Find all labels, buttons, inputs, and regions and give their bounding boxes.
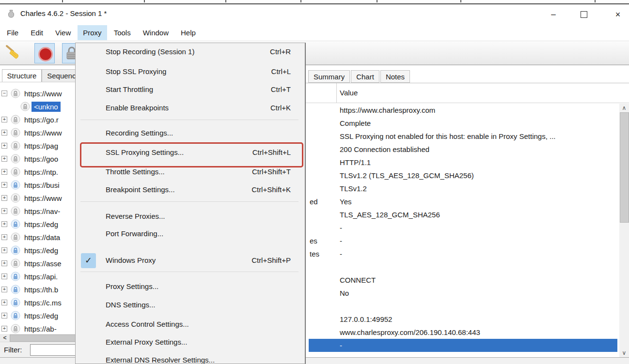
table-row[interactable]: TLSv1.2 (TLS_AES_128_GCM_SHA256) <box>309 169 617 182</box>
expand-toggle-icon[interactable]: + <box>1 195 7 201</box>
lock-blue-icon <box>11 180 20 190</box>
table-row[interactable]: TLSv1.2 <box>309 182 617 195</box>
menu-item-shortcut: Ctrl+R <box>270 47 291 56</box>
window-title: Charles 4.6.2 - Session 1 * <box>20 9 107 17</box>
expand-toggle-icon[interactable]: + <box>1 221 7 227</box>
table-row[interactable]: tes- <box>309 247 617 260</box>
clear-session-button[interactable] <box>4 43 23 62</box>
row-value: - <box>340 221 342 234</box>
menu-item-label: External DNS Resolver Settings... <box>106 356 215 364</box>
minimize-button[interactable]: – <box>542 6 565 23</box>
row-value: - <box>340 247 342 260</box>
menubar-item-view[interactable]: View <box>50 25 76 40</box>
row-value: TLS_AES_128_GCM_SHA256 <box>340 208 440 221</box>
menu-item-enable-breakpoints[interactable]: Enable BreakpointsCtrl+K <box>76 99 303 118</box>
vertical-scroll-thumb[interactable] <box>620 112 629 223</box>
expand-toggle-icon[interactable]: + <box>1 208 7 214</box>
expand-toggle-icon[interactable]: + <box>1 260 7 266</box>
table-row[interactable]: 200 Connection established <box>309 143 617 156</box>
table-row[interactable]: - <box>309 221 617 234</box>
menubar-item-edit[interactable]: Edit <box>25 25 48 40</box>
table-row[interactable]: es- <box>309 234 617 247</box>
menu-item-label: Recording Settings... <box>106 129 173 137</box>
expand-toggle-icon[interactable]: + <box>1 117 7 122</box>
detail-panel: SummaryChartNotes Value https://www.char… <box>305 65 629 357</box>
menu-item-external-proxy-settings[interactable]: External Proxy Settings... <box>76 334 303 352</box>
divider <box>62 0 63 2</box>
divider <box>300 0 301 2</box>
expand-toggle-icon[interactable]: + <box>1 287 7 292</box>
scroll-up-arrow-icon[interactable]: ∧ <box>619 104 629 112</box>
tree-item-label: https://go.r <box>24 115 59 125</box>
menu-item-breakpoint-settings[interactable]: Breakpoint Settings...Ctrl+Shift+K <box>76 181 303 199</box>
collapse-toggle-icon[interactable]: − <box>1 91 7 96</box>
table-row[interactable]: www.charlesproxy.com/206.190.140.68:443 <box>309 326 617 339</box>
close-button[interactable]: × <box>607 6 629 23</box>
maximize-icon <box>581 11 587 18</box>
maximize-button[interactable] <box>573 6 595 23</box>
menubar-item-tools[interactable]: Tools <box>109 25 136 40</box>
expand-toggle-icon[interactable]: + <box>1 326 7 332</box>
lock-blue-icon <box>11 298 20 307</box>
table-row[interactable]: No <box>309 287 617 300</box>
detail-vertical-scrollbar[interactable]: ∧ ∨ <box>619 104 629 357</box>
title-bar: Charles 4.6.2 - Session 1 * – × <box>0 4 629 25</box>
table-row[interactable]: HTTP/1.1 <box>309 156 617 169</box>
menu-item-shortcut: Ctrl+Shift+P <box>252 256 291 264</box>
expand-toggle-icon[interactable]: + <box>1 169 7 175</box>
table-row[interactable]: Complete <box>309 117 617 130</box>
lock-icon <box>11 115 20 124</box>
expand-toggle-icon[interactable]: + <box>1 234 7 240</box>
tree-item-label: https://goo <box>24 154 58 164</box>
expand-toggle-icon[interactable]: + <box>1 143 7 149</box>
menubar-item-help[interactable]: Help <box>175 25 201 40</box>
scroll-down-arrow-icon[interactable]: ∨ <box>619 349 629 357</box>
menu-item-port-forwarding[interactable]: Port Forwarding... <box>76 225 303 243</box>
sidebar-tab-structure[interactable]: Structure <box>2 69 42 82</box>
table-row[interactable]: - <box>309 339 617 352</box>
proxy-dropdown-menu: Stop Recording (Session 1)Ctrl+RStop SSL… <box>75 43 306 364</box>
menu-item-shortcut: Ctrl+Shift+T <box>252 167 291 176</box>
menubar-item-window[interactable]: Window <box>138 25 174 40</box>
record-button[interactable] <box>34 43 55 63</box>
lock-icon <box>20 102 30 111</box>
expand-toggle-icon[interactable]: + <box>1 156 7 162</box>
expand-toggle-icon[interactable]: + <box>1 313 7 318</box>
menu-item-windows-proxy[interactable]: Windows ProxyCtrl+Shift+P <box>76 252 303 270</box>
menu-item-shortcut: Ctrl+Shift+K <box>252 185 291 194</box>
expand-toggle-icon[interactable]: + <box>1 130 7 136</box>
table-row[interactable] <box>309 300 617 313</box>
scroll-left-arrow-icon[interactable]: < <box>1 334 9 342</box>
expand-toggle-icon[interactable]: + <box>1 247 7 253</box>
table-row[interactable]: TLS_AES_128_GCM_SHA256 <box>309 208 617 221</box>
row-value: CONNECT <box>340 273 376 287</box>
menu-item-recording-settings[interactable]: Recording Settings... <box>76 124 303 143</box>
expand-toggle-icon[interactable]: + <box>1 300 7 305</box>
lock-blue-icon <box>11 245 20 255</box>
menu-item-external-dns-resolver-settings[interactable]: External DNS Resolver Settings... <box>76 351 303 364</box>
menu-item-reverse-proxies[interactable]: Reverse Proxies... <box>76 208 303 226</box>
table-row[interactable]: edYes <box>309 195 617 208</box>
table-row[interactable]: https://www.charlesproxy.com <box>309 104 617 117</box>
menu-item-proxy-settings[interactable]: Proxy Settings... <box>76 278 303 296</box>
lock-blue-icon <box>11 272 20 281</box>
tree-item-label: https://www <box>24 89 62 99</box>
tree-item-label: https://c.ms <box>24 298 62 308</box>
menu-item-label: Throttle Settings... <box>106 167 165 176</box>
menubar-item-proxy[interactable]: Proxy <box>78 25 107 40</box>
table-row[interactable] <box>309 260 617 273</box>
table-row[interactable]: CONNECT <box>309 273 617 287</box>
menu-item-access-control-settings[interactable]: Access Control Settings... <box>76 316 303 334</box>
menubar-item-file[interactable]: File <box>1 25 24 40</box>
lock-icon <box>11 232 20 242</box>
menu-item-stop-recording-session-1[interactable]: Stop Recording (Session 1)Ctrl+R <box>76 43 303 61</box>
table-row[interactable]: 127.0.0.1:49952 <box>309 313 617 326</box>
menu-item-start-throttling[interactable]: Start ThrottlingCtrl+T <box>76 81 303 99</box>
menu-item-dns-settings[interactable]: DNS Settings... <box>76 296 303 315</box>
table-row[interactable]: SSL Proxying not enabled for this host: … <box>309 130 617 143</box>
menu-item-shortcut: Ctrl+L <box>271 67 291 76</box>
divider <box>460 0 461 2</box>
expand-toggle-icon[interactable]: + <box>1 182 7 188</box>
menu-item-stop-ssl-proxying[interactable]: Stop SSL ProxyingCtrl+L <box>76 63 303 81</box>
expand-toggle-icon[interactable]: + <box>1 273 7 279</box>
